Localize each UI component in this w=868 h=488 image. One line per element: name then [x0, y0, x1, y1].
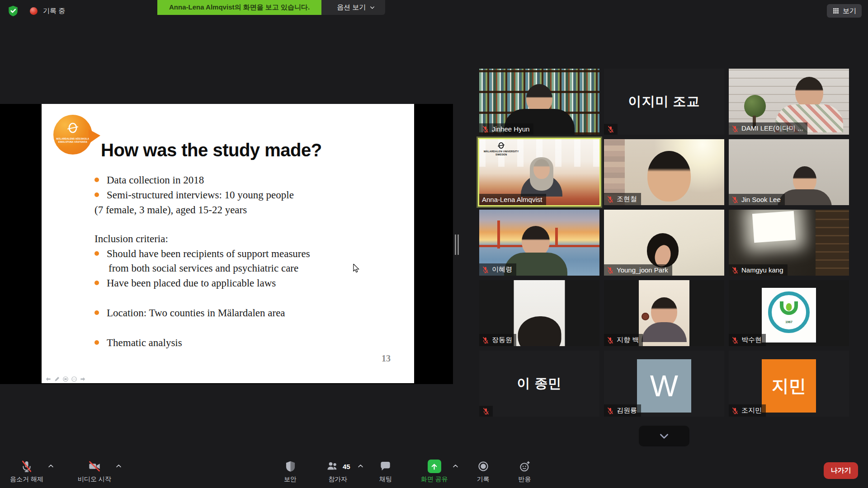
- shared-screen-area: MÄLARDALENS HÖGSKOLA ESKILSTUNA VÄSTERÅS…: [0, 104, 453, 384]
- slide-heading: Inclusion criteria:: [94, 233, 168, 245]
- participant-name-label: Jin Sook Lee: [729, 194, 785, 205]
- mouse-cursor: [353, 264, 361, 273]
- participant-tile-active-speaker[interactable]: MÄLARDALEN UNIVERSITY SWEDEN Anna-Lena A…: [479, 139, 599, 205]
- slide-bullet: Thematic analysis: [94, 337, 182, 349]
- slide-bullet: Should have been recipients of support m…: [94, 248, 310, 260]
- chevron-up-icon[interactable]: [357, 463, 364, 469]
- bullet-dot: [94, 281, 99, 285]
- more-options-icon[interactable]: [71, 376, 77, 382]
- logo-text-line1: MÄLARDALENS HÖGSKOLA: [53, 137, 92, 140]
- participant-name-label: Anna-Lena Almqvist: [479, 194, 546, 205]
- muted-mic-icon: [482, 266, 489, 273]
- bullet-dot: [94, 178, 99, 182]
- logo-text-line2: ESKILSTUNA VÄSTERÅS: [53, 141, 92, 143]
- pen-tool-icon[interactable]: [54, 376, 60, 382]
- participant-tile[interactable]: 이지미 조교: [604, 69, 724, 135]
- presenter-controls[interactable]: [45, 376, 86, 382]
- participant-name-label: Jinhee Hyun: [479, 123, 533, 135]
- collapse-gallery-button[interactable]: [639, 426, 689, 446]
- slide-text: (7 female, 3 male), aged 15-22 years: [94, 204, 247, 216]
- show-slides-icon[interactable]: [62, 376, 69, 382]
- recording-dot-icon: [30, 7, 38, 15]
- top-bar: 기록 중 Anna-Lena Almqvist의 화면을 보고 있습니다. 옵션…: [0, 0, 868, 20]
- participant-name-label: 장동원: [479, 334, 516, 346]
- chat-button[interactable]: 채팅: [379, 456, 392, 483]
- muted-mic-icon: [731, 407, 739, 414]
- unmute-button[interactable]: 음소거 해제: [10, 456, 43, 483]
- participant-name-label: 조지민: [729, 404, 766, 417]
- participant-tile[interactable]: 장동원: [479, 280, 599, 346]
- gallery-view-button[interactable]: 보기: [827, 4, 862, 18]
- grid-view-icon: [832, 7, 840, 14]
- next-slide-icon[interactable]: [80, 376, 86, 382]
- camera-muted-icon: [88, 460, 101, 473]
- person-silhouette: [778, 166, 832, 205]
- chevron-up-icon[interactable]: [115, 463, 122, 469]
- participant-tile[interactable]: DAMI LEE(이다미 ...: [729, 69, 849, 135]
- muted-mic-icon: [731, 125, 739, 132]
- association-logo-year: 1967: [785, 320, 793, 324]
- participant-display-name: 이 종민: [479, 351, 599, 417]
- share-screen-button[interactable]: 화면 공유: [421, 456, 448, 483]
- participant-tile[interactable]: 조현철: [604, 139, 724, 205]
- muted-mic-icon: [607, 337, 614, 344]
- participant-name-label: 박수현: [729, 334, 766, 346]
- logo-blob-shape: [53, 115, 92, 155]
- person-silhouette: [647, 151, 691, 202]
- share-screen-icon: [428, 460, 441, 473]
- bookshelf-decor: [816, 210, 849, 276]
- participant-name-label: 지향 백: [604, 334, 643, 346]
- muted-mic-icon: [731, 267, 739, 274]
- participant-tile[interactable]: Jinhee Hyun: [479, 69, 599, 135]
- participant-name-label: DAMI LEE(이다미 ...: [729, 122, 807, 135]
- participant-tile[interactable]: 이혜령: [479, 210, 599, 276]
- panel-resize-handle[interactable]: [455, 235, 460, 255]
- participants-button[interactable]: 45 참가자: [326, 456, 350, 483]
- avatar: 지민: [762, 359, 816, 413]
- slide-bullet: Semi-structured interviews: 10 young peo…: [94, 189, 294, 201]
- reactions-button[interactable]: 반응: [519, 456, 531, 483]
- participant-display-name: 이지미 조교: [604, 69, 724, 135]
- viewing-screen-banner: Anna-Lena Almqvist의 화면을 보고 있습니다.: [157, 0, 321, 15]
- start-video-button[interactable]: 비디오 시작: [78, 456, 111, 483]
- participant-tile[interactable]: Young_joon Park: [604, 210, 724, 276]
- participant-name-label: Young_joon Park: [604, 264, 672, 276]
- mdh-logo: MÄLARDALENS HÖGSKOLA ESKILSTUNA VÄSTERÅS: [53, 115, 95, 156]
- chevron-down-icon: [369, 5, 375, 10]
- view-options-button[interactable]: 옵션 보기: [321, 0, 385, 15]
- participant-name-label: 김원룡: [604, 404, 641, 417]
- muted-mic-icon: [482, 126, 489, 133]
- person-silhouette: [518, 316, 561, 346]
- muted-mic-icon: [482, 408, 490, 415]
- participant-tile[interactable]: 1967 박수현: [729, 280, 849, 346]
- previous-slide-icon[interactable]: [45, 376, 52, 382]
- security-verified-icon: [7, 5, 19, 17]
- reactions-icon: [519, 460, 531, 473]
- muted-mic-icon: [607, 196, 614, 203]
- recording-label: 기록 중: [43, 7, 65, 15]
- chevron-up-icon[interactable]: [452, 463, 459, 469]
- participant-tile[interactable]: W 김원룡: [604, 351, 724, 417]
- bullet-dot: [94, 340, 99, 345]
- participant-tile[interactable]: 지민 조지민: [729, 351, 849, 417]
- participant-tile[interactable]: 이 종민: [479, 351, 599, 417]
- security-button[interactable]: 보안: [284, 456, 297, 483]
- participant-tile[interactable]: Namgyu kang: [729, 210, 849, 276]
- unmute-label: 음소거 해제: [10, 475, 43, 483]
- shield-icon: [284, 460, 297, 473]
- participant-name-label: [479, 406, 493, 417]
- logo-emblem-icon: [67, 122, 78, 134]
- participant-tile[interactable]: Jin Sook Lee: [729, 139, 849, 205]
- meeting-toolbar: 음소거 해제 비디오 시작 보안 45 참가자: [0, 456, 868, 488]
- record-button[interactable]: 기록: [477, 456, 490, 483]
- leave-meeting-button[interactable]: 나가기: [824, 462, 858, 479]
- slide-title: How was the study made?: [101, 140, 322, 160]
- record-label: 기록: [477, 475, 490, 483]
- participant-tile[interactable]: 지향 백: [604, 280, 724, 346]
- slide-bullet: Have been placed due to applicable laws: [94, 277, 276, 289]
- participant-name-label: [604, 124, 618, 135]
- participant-name-label: 이혜령: [479, 263, 516, 276]
- slide-text: from both social services and psychiatri…: [108, 263, 298, 274]
- chevron-up-icon[interactable]: [47, 463, 54, 469]
- person-silhouette: [521, 159, 562, 197]
